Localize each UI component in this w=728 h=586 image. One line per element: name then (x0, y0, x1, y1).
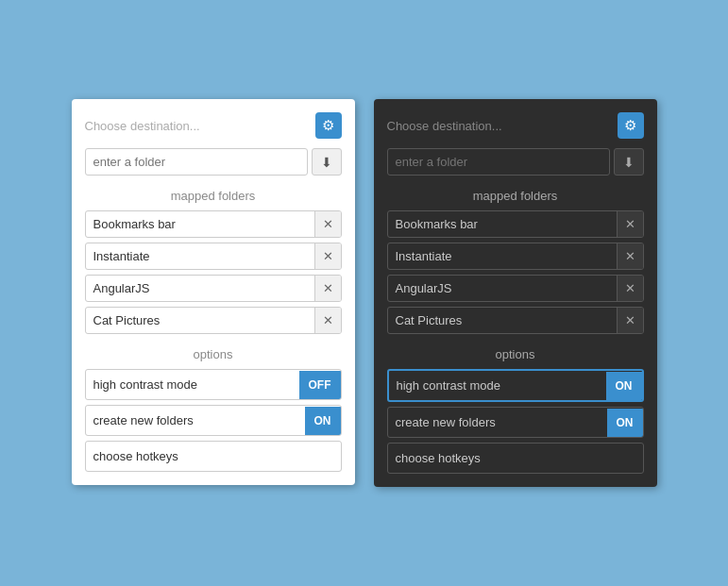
panel-title: Choose destination... (85, 119, 200, 133)
options-label: options (387, 347, 644, 361)
option-item: create new foldersON (85, 405, 342, 436)
option-item: choose hotkeys (387, 443, 644, 474)
option-item: choose hotkeys (85, 441, 342, 472)
options-list: high contrast modeOFFcreate new foldersO… (85, 369, 342, 472)
option-label: create new folders (388, 408, 607, 437)
toggle-high-contrast-mode-button[interactable]: OFF (299, 371, 341, 399)
folder-item-label: Cat Pictures (86, 308, 314, 333)
folder-item-label: Instantiate (388, 243, 617, 269)
toggle-create-new-folders-button[interactable]: ON (607, 409, 643, 437)
folder-item: Cat Pictures✕ (387, 307, 644, 334)
folder-item: AngularJS✕ (85, 275, 342, 302)
folder-item: Cat Pictures✕ (85, 307, 342, 334)
folder-list: Bookmarks bar✕Instantiate✕AngularJS✕Cat … (387, 210, 644, 334)
folder-remove-button[interactable]: ✕ (314, 243, 341, 269)
toggle-high-contrast-mode-button[interactable]: ON (606, 372, 642, 400)
folder-remove-button[interactable]: ✕ (617, 308, 643, 333)
option-label: high contrast mode (389, 371, 606, 400)
options-label: options (85, 347, 342, 361)
folder-item: Bookmarks bar✕ (85, 210, 342, 238)
option-label: high contrast mode (86, 370, 299, 399)
folder-item: Instantiate✕ (85, 243, 342, 270)
option-label: create new folders (86, 406, 305, 435)
options-list: high contrast modeONcreate new foldersON… (387, 369, 644, 474)
folder-list: Bookmarks bar✕Instantiate✕AngularJS✕Cat … (85, 210, 342, 334)
folder-remove-button[interactable]: ✕ (314, 211, 341, 237)
gear-button[interactable]: ⚙ (315, 112, 342, 139)
folder-item-label: Cat Pictures (388, 308, 617, 333)
panel-title: Choose destination... (387, 119, 502, 133)
folder-input[interactable] (85, 148, 308, 176)
panel-dark: Choose destination...⚙⬇mapped foldersBoo… (374, 99, 657, 487)
option-item: high contrast modeOFF (85, 369, 342, 400)
folder-remove-button[interactable]: ✕ (617, 276, 643, 301)
folder-item-label: AngularJS (388, 276, 617, 301)
import-button[interactable]: ⬇ (614, 148, 644, 176)
folder-remove-button[interactable]: ✕ (617, 211, 643, 237)
import-button[interactable]: ⬇ (312, 148, 342, 176)
folder-item: Instantiate✕ (387, 243, 644, 270)
toggle-create-new-folders-button[interactable]: ON (305, 407, 341, 435)
folder-remove-button[interactable]: ✕ (617, 243, 643, 269)
mapped-folders-label: mapped folders (387, 189, 644, 203)
panels-container: Choose destination...⚙⬇mapped foldersBoo… (72, 99, 657, 487)
folder-input-row: ⬇ (85, 148, 342, 176)
folder-input[interactable] (387, 148, 610, 176)
folder-input-row: ⬇ (387, 148, 644, 176)
mapped-folders-label: mapped folders (85, 189, 342, 203)
folder-remove-button[interactable]: ✕ (314, 308, 341, 333)
option-label: choose hotkeys (86, 442, 341, 471)
folder-item: AngularJS✕ (387, 275, 644, 302)
panel-header: Choose destination...⚙ (387, 112, 644, 139)
folder-remove-button[interactable]: ✕ (314, 276, 341, 301)
folder-item-label: Instantiate (86, 243, 314, 269)
folder-item-label: AngularJS (86, 276, 314, 301)
folder-item-label: Bookmarks bar (86, 211, 314, 237)
folder-item-label: Bookmarks bar (388, 211, 617, 237)
gear-button[interactable]: ⚙ (618, 112, 644, 139)
panel-light: Choose destination...⚙⬇mapped foldersBoo… (72, 99, 355, 485)
folder-item: Bookmarks bar✕ (387, 210, 644, 238)
option-label: choose hotkeys (388, 444, 643, 473)
option-item: create new foldersON (387, 407, 644, 438)
panel-header: Choose destination...⚙ (85, 112, 342, 139)
option-item: high contrast modeON (387, 369, 644, 402)
